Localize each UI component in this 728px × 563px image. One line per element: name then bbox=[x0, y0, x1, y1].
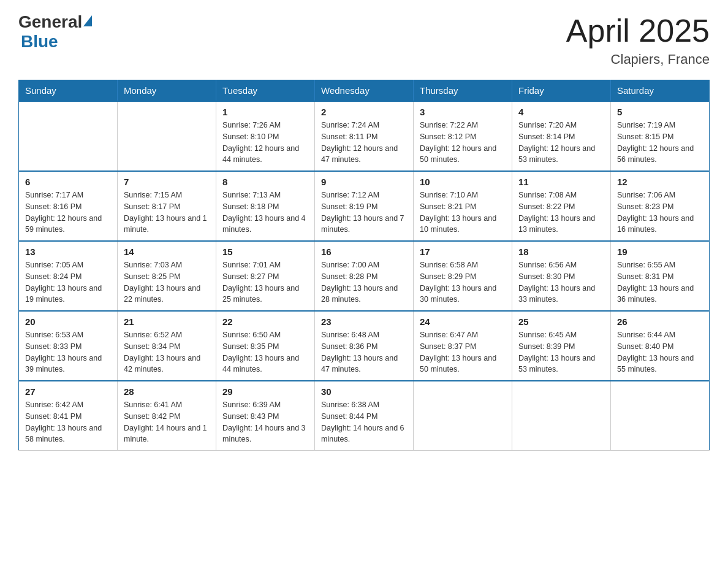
day-info: Sunrise: 7:15 AM Sunset: 8:17 PM Dayligh… bbox=[124, 190, 210, 236]
day-number: 19 bbox=[617, 247, 703, 257]
logo-triangle-icon bbox=[83, 15, 92, 26]
day-number: 5 bbox=[617, 107, 703, 117]
day-number: 16 bbox=[321, 247, 407, 257]
day-number: 29 bbox=[222, 386, 308, 397]
day-number: 2 bbox=[321, 107, 407, 117]
day-number: 23 bbox=[321, 316, 407, 327]
day-number: 12 bbox=[617, 177, 703, 187]
day-number: 30 bbox=[321, 386, 407, 397]
calendar-cell: 14Sunrise: 7:03 AM Sunset: 8:25 PM Dayli… bbox=[118, 241, 216, 311]
day-info: Sunrise: 6:52 AM Sunset: 8:34 PM Dayligh… bbox=[124, 329, 210, 375]
calendar-week-row: 20Sunrise: 6:53 AM Sunset: 8:33 PM Dayli… bbox=[19, 311, 710, 381]
calendar-cell: 21Sunrise: 6:52 AM Sunset: 8:34 PM Dayli… bbox=[118, 311, 216, 381]
day-number: 7 bbox=[124, 177, 210, 187]
day-number: 26 bbox=[617, 316, 703, 327]
day-number: 28 bbox=[124, 386, 210, 397]
calendar-week-row: 13Sunrise: 7:05 AM Sunset: 8:24 PM Dayli… bbox=[19, 241, 710, 311]
logo-general-text: General bbox=[18, 12, 82, 32]
day-number: 13 bbox=[25, 247, 111, 257]
day-number: 22 bbox=[222, 316, 308, 327]
calendar-cell: 10Sunrise: 7:10 AM Sunset: 8:21 PM Dayli… bbox=[414, 171, 512, 241]
day-info: Sunrise: 7:05 AM Sunset: 8:24 PM Dayligh… bbox=[25, 259, 111, 305]
day-info: Sunrise: 6:47 AM Sunset: 8:37 PM Dayligh… bbox=[420, 329, 506, 375]
day-number: 18 bbox=[518, 247, 604, 257]
day-info: Sunrise: 7:03 AM Sunset: 8:25 PM Dayligh… bbox=[124, 259, 210, 305]
calendar-cell bbox=[118, 101, 216, 171]
calendar-cell: 16Sunrise: 7:00 AM Sunset: 8:28 PM Dayli… bbox=[315, 241, 414, 311]
calendar-cell: 23Sunrise: 6:48 AM Sunset: 8:36 PM Dayli… bbox=[315, 311, 414, 381]
weekday-header-tuesday: Tuesday bbox=[216, 80, 315, 102]
day-info: Sunrise: 6:50 AM Sunset: 8:35 PM Dayligh… bbox=[222, 329, 308, 375]
calendar-cell: 12Sunrise: 7:06 AM Sunset: 8:23 PM Dayli… bbox=[611, 171, 710, 241]
calendar-cell: 28Sunrise: 6:41 AM Sunset: 8:42 PM Dayli… bbox=[118, 381, 216, 451]
day-number: 10 bbox=[420, 177, 506, 187]
day-info: Sunrise: 7:26 AM Sunset: 8:10 PM Dayligh… bbox=[222, 120, 308, 166]
calendar-cell bbox=[414, 381, 512, 451]
calendar-location: Clapiers, France bbox=[566, 52, 710, 67]
day-number: 1 bbox=[222, 107, 308, 117]
calendar-cell: 8Sunrise: 7:13 AM Sunset: 8:18 PM Daylig… bbox=[216, 171, 315, 241]
day-info: Sunrise: 6:39 AM Sunset: 8:43 PM Dayligh… bbox=[222, 399, 308, 445]
calendar-cell: 17Sunrise: 6:58 AM Sunset: 8:29 PM Dayli… bbox=[414, 241, 512, 311]
calendar-cell: 29Sunrise: 6:39 AM Sunset: 8:43 PM Dayli… bbox=[216, 381, 315, 451]
day-info: Sunrise: 6:48 AM Sunset: 8:36 PM Dayligh… bbox=[321, 329, 407, 375]
day-number: 20 bbox=[25, 316, 111, 327]
day-info: Sunrise: 7:06 AM Sunset: 8:23 PM Dayligh… bbox=[617, 190, 703, 236]
calendar-cell: 4Sunrise: 7:20 AM Sunset: 8:14 PM Daylig… bbox=[512, 101, 611, 171]
weekday-header-friday: Friday bbox=[512, 80, 611, 102]
day-number: 4 bbox=[518, 107, 604, 117]
calendar-cell: 20Sunrise: 6:53 AM Sunset: 8:33 PM Dayli… bbox=[19, 311, 118, 381]
calendar-cell: 26Sunrise: 6:44 AM Sunset: 8:40 PM Dayli… bbox=[611, 311, 710, 381]
day-number: 21 bbox=[124, 316, 210, 327]
day-info: Sunrise: 6:45 AM Sunset: 8:39 PM Dayligh… bbox=[518, 329, 604, 375]
day-info: Sunrise: 7:08 AM Sunset: 8:22 PM Dayligh… bbox=[518, 190, 604, 236]
day-info: Sunrise: 6:56 AM Sunset: 8:30 PM Dayligh… bbox=[518, 259, 604, 305]
day-info: Sunrise: 7:19 AM Sunset: 8:15 PM Dayligh… bbox=[617, 120, 703, 166]
day-info: Sunrise: 7:17 AM Sunset: 8:16 PM Dayligh… bbox=[25, 190, 111, 236]
day-info: Sunrise: 6:38 AM Sunset: 8:44 PM Dayligh… bbox=[321, 399, 407, 445]
calendar-cell: 24Sunrise: 6:47 AM Sunset: 8:37 PM Dayli… bbox=[414, 311, 512, 381]
calendar-cell: 5Sunrise: 7:19 AM Sunset: 8:15 PM Daylig… bbox=[611, 101, 710, 171]
calendar-cell bbox=[19, 101, 118, 171]
day-info: Sunrise: 7:10 AM Sunset: 8:21 PM Dayligh… bbox=[420, 190, 506, 236]
day-number: 17 bbox=[420, 247, 506, 257]
day-info: Sunrise: 6:41 AM Sunset: 8:42 PM Dayligh… bbox=[124, 399, 210, 445]
day-number: 8 bbox=[222, 177, 308, 187]
day-number: 25 bbox=[518, 316, 604, 327]
calendar-cell: 11Sunrise: 7:08 AM Sunset: 8:22 PM Dayli… bbox=[512, 171, 611, 241]
day-info: Sunrise: 7:01 AM Sunset: 8:27 PM Dayligh… bbox=[222, 259, 308, 305]
day-number: 9 bbox=[321, 177, 407, 187]
weekday-header-wednesday: Wednesday bbox=[315, 80, 414, 102]
calendar-week-row: 6Sunrise: 7:17 AM Sunset: 8:16 PM Daylig… bbox=[19, 171, 710, 241]
day-info: Sunrise: 6:42 AM Sunset: 8:41 PM Dayligh… bbox=[25, 399, 111, 445]
day-info: Sunrise: 7:24 AM Sunset: 8:11 PM Dayligh… bbox=[321, 120, 407, 166]
calendar-cell: 30Sunrise: 6:38 AM Sunset: 8:44 PM Dayli… bbox=[315, 381, 414, 451]
logo-blue-text: Blue bbox=[21, 32, 58, 52]
day-number: 15 bbox=[222, 247, 308, 257]
day-info: Sunrise: 7:13 AM Sunset: 8:18 PM Dayligh… bbox=[222, 190, 308, 236]
calendar-table: SundayMondayTuesdayWednesdayThursdayFrid… bbox=[18, 80, 710, 451]
calendar-cell: 27Sunrise: 6:42 AM Sunset: 8:41 PM Dayli… bbox=[19, 381, 118, 451]
calendar-week-row: 27Sunrise: 6:42 AM Sunset: 8:41 PM Dayli… bbox=[19, 381, 710, 451]
day-info: Sunrise: 6:44 AM Sunset: 8:40 PM Dayligh… bbox=[617, 329, 703, 375]
day-number: 6 bbox=[25, 177, 111, 187]
calendar-cell: 25Sunrise: 6:45 AM Sunset: 8:39 PM Dayli… bbox=[512, 311, 611, 381]
calendar-cell: 1Sunrise: 7:26 AM Sunset: 8:10 PM Daylig… bbox=[216, 101, 315, 171]
calendar-cell: 15Sunrise: 7:01 AM Sunset: 8:27 PM Dayli… bbox=[216, 241, 315, 311]
day-info: Sunrise: 7:22 AM Sunset: 8:12 PM Dayligh… bbox=[420, 120, 506, 166]
day-number: 11 bbox=[518, 177, 604, 187]
page-header: General Blue April 2025 Clapiers, France bbox=[18, 12, 710, 67]
calendar-title: April 2025 bbox=[566, 12, 710, 49]
logo: General Blue bbox=[18, 12, 92, 52]
day-info: Sunrise: 7:00 AM Sunset: 8:28 PM Dayligh… bbox=[321, 259, 407, 305]
calendar-cell: 9Sunrise: 7:12 AM Sunset: 8:19 PM Daylig… bbox=[315, 171, 414, 241]
day-info: Sunrise: 6:58 AM Sunset: 8:29 PM Dayligh… bbox=[420, 259, 506, 305]
calendar-cell bbox=[512, 381, 611, 451]
calendar-cell: 19Sunrise: 6:55 AM Sunset: 8:31 PM Dayli… bbox=[611, 241, 710, 311]
calendar-cell: 2Sunrise: 7:24 AM Sunset: 8:11 PM Daylig… bbox=[315, 101, 414, 171]
day-number: 14 bbox=[124, 247, 210, 257]
calendar-cell: 22Sunrise: 6:50 AM Sunset: 8:35 PM Dayli… bbox=[216, 311, 315, 381]
calendar-week-row: 1Sunrise: 7:26 AM Sunset: 8:10 PM Daylig… bbox=[19, 101, 710, 171]
calendar-cell bbox=[611, 381, 710, 451]
day-info: Sunrise: 6:53 AM Sunset: 8:33 PM Dayligh… bbox=[25, 329, 111, 375]
